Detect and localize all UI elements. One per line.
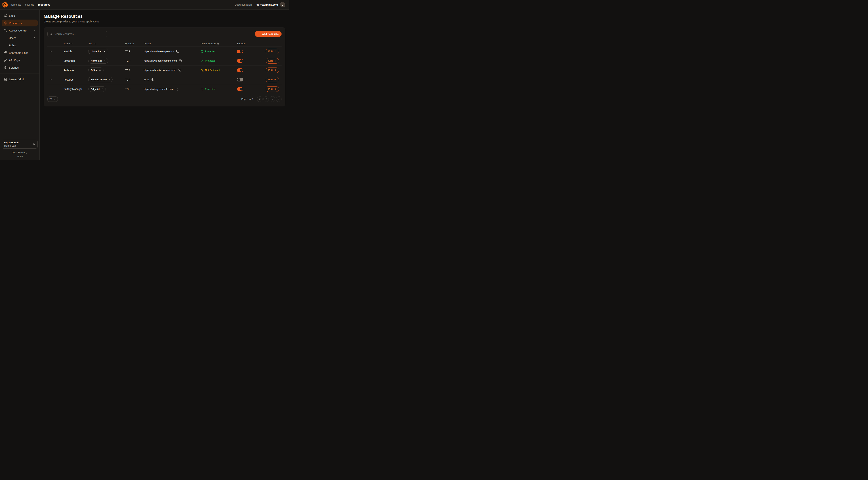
page-size-select[interactable]: 20 bbox=[48, 96, 58, 102]
sidebar-item-settings[interactable]: Settings bbox=[2, 64, 38, 71]
site-link[interactable]: Edge 01 bbox=[88, 86, 106, 92]
edit-button[interactable]: Edit bbox=[266, 77, 279, 82]
sort-icon bbox=[94, 42, 96, 45]
copy-button[interactable] bbox=[179, 59, 182, 62]
ellipsis-icon bbox=[50, 59, 52, 62]
enabled-toggle[interactable] bbox=[237, 78, 243, 82]
breadcrumb-settings[interactable]: settings bbox=[25, 3, 34, 6]
row-menu-button[interactable] bbox=[49, 58, 53, 63]
resource-name: Battery Manager bbox=[63, 88, 88, 90]
copy-button[interactable] bbox=[178, 69, 181, 72]
arrow-up-right-icon bbox=[101, 88, 103, 90]
enabled-toggle[interactable] bbox=[237, 87, 243, 91]
open-source-link[interactable]: Open Source bbox=[2, 151, 38, 154]
next-page-button[interactable] bbox=[270, 96, 275, 102]
app-logo-icon[interactable] bbox=[2, 2, 8, 8]
organization-selector[interactable]: Organization Home Lab bbox=[2, 140, 38, 149]
previous-page-button[interactable] bbox=[263, 96, 269, 102]
column-header-site[interactable]: Site bbox=[88, 42, 125, 45]
column-header-access: Access bbox=[144, 42, 201, 45]
sidebar-item-label: Access Control bbox=[9, 29, 27, 32]
breadcrumb-org[interactable]: home-lab bbox=[10, 3, 21, 6]
column-header-authentication[interactable]: Authentication bbox=[201, 42, 237, 45]
sidebar-item-label: Shareable Links bbox=[9, 51, 28, 54]
resource-protocol: TCP bbox=[125, 69, 144, 72]
row-menu-button[interactable] bbox=[49, 49, 53, 54]
chevrons-left-icon bbox=[258, 98, 261, 100]
enabled-toggle[interactable] bbox=[237, 68, 243, 72]
edit-button[interactable]: Edit bbox=[266, 58, 279, 63]
server-icon bbox=[4, 78, 7, 81]
resource-name: Authentik bbox=[63, 69, 88, 72]
sidebar-item-access-control[interactable]: Access Control bbox=[2, 27, 38, 34]
sidebar-item-users[interactable]: Users bbox=[2, 34, 38, 41]
waypoints-icon bbox=[4, 21, 7, 25]
sort-icon bbox=[217, 42, 219, 45]
sort-icon bbox=[71, 42, 73, 45]
auth-status: Protected bbox=[201, 59, 237, 62]
row-menu-button[interactable] bbox=[49, 68, 53, 72]
sidebar-item-roles[interactable]: Roles bbox=[2, 42, 38, 49]
arrow-up-right-icon bbox=[104, 50, 106, 52]
site-link[interactable]: Office bbox=[88, 67, 103, 73]
sidebar-item-resources[interactable]: Resources bbox=[2, 20, 38, 26]
sidebar-item-sites[interactable]: Sites bbox=[2, 12, 38, 19]
resource-name: Postgres bbox=[63, 78, 88, 81]
copy-icon bbox=[178, 69, 181, 71]
user-menu[interactable]: joe@example.com J bbox=[256, 2, 285, 7]
plus-icon bbox=[258, 33, 260, 35]
table-header: Name Site Protocol Access Authentication… bbox=[48, 40, 282, 47]
enabled-toggle[interactable] bbox=[237, 50, 243, 53]
arrow-right-icon bbox=[274, 79, 277, 81]
open-source-label: Open Source bbox=[12, 151, 25, 154]
chevron-left-icon bbox=[265, 98, 267, 100]
resources-card: Add Resource Name Site Protocol Access bbox=[43, 28, 285, 107]
table-body: Immich Home Lab TCP https://immich.examp… bbox=[48, 47, 282, 94]
edit-button[interactable]: Edit bbox=[266, 67, 279, 73]
site-link[interactable]: Home Lab bbox=[88, 58, 108, 63]
last-page-button[interactable] bbox=[276, 96, 282, 102]
add-resource-button[interactable]: Add Resource bbox=[255, 31, 282, 37]
sidebar-item-label: Users bbox=[9, 36, 16, 39]
sidebar-item-shareable-links[interactable]: Shareable Links bbox=[2, 49, 38, 56]
first-page-button[interactable] bbox=[257, 96, 262, 102]
organization-label: Organization bbox=[4, 141, 19, 144]
chevron-down-icon bbox=[33, 29, 36, 32]
sidebar-item-api-keys[interactable]: API Keys bbox=[2, 57, 38, 63]
auth-status: Not Protected bbox=[201, 69, 237, 72]
row-menu-button[interactable] bbox=[49, 87, 53, 91]
column-header-enabled: Enabled bbox=[237, 42, 262, 45]
page-title: Manage Resources bbox=[43, 14, 285, 19]
copy-icon bbox=[176, 88, 178, 90]
resource-access: 5432 bbox=[144, 78, 149, 81]
site-link[interactable]: Second Office bbox=[88, 77, 113, 82]
enabled-toggle[interactable] bbox=[237, 59, 243, 63]
link-icon bbox=[4, 51, 7, 54]
avatar[interactable]: J bbox=[280, 2, 285, 7]
copy-icon bbox=[176, 50, 179, 53]
copy-icon bbox=[151, 78, 154, 81]
copy-button[interactable] bbox=[176, 50, 179, 53]
edit-button[interactable]: Edit bbox=[266, 86, 279, 92]
user-email: joe@example.com bbox=[256, 3, 278, 6]
copy-icon bbox=[179, 59, 182, 62]
column-header-name[interactable]: Name bbox=[63, 42, 88, 45]
edit-button[interactable]: Edit bbox=[266, 49, 279, 54]
sidebar-item-server-admin[interactable]: Server Admin bbox=[2, 76, 38, 83]
copy-button[interactable] bbox=[151, 78, 154, 81]
row-menu-button[interactable] bbox=[49, 77, 53, 82]
arrow-right-icon bbox=[274, 69, 277, 71]
page-info: Page 1 of 1 bbox=[241, 98, 253, 100]
main-content: Manage Resources Create secure proxies t… bbox=[40, 9, 289, 160]
resource-name: Bitwarden bbox=[63, 59, 88, 62]
resource-protocol: TCP bbox=[125, 78, 144, 81]
table-row: Postgres Second Office TCP 5432 - Edit bbox=[48, 75, 282, 84]
chevron-down-icon bbox=[54, 98, 56, 100]
copy-button[interactable] bbox=[176, 87, 179, 91]
search-icon bbox=[50, 33, 52, 35]
documentation-link[interactable]: Documentation bbox=[235, 3, 252, 6]
resource-protocol: TCP bbox=[125, 50, 144, 53]
search-input[interactable] bbox=[54, 33, 105, 35]
site-link[interactable]: Home Lab bbox=[88, 49, 108, 54]
table-row: Battery Manager Edge 01 TCP https://batt… bbox=[48, 84, 282, 94]
